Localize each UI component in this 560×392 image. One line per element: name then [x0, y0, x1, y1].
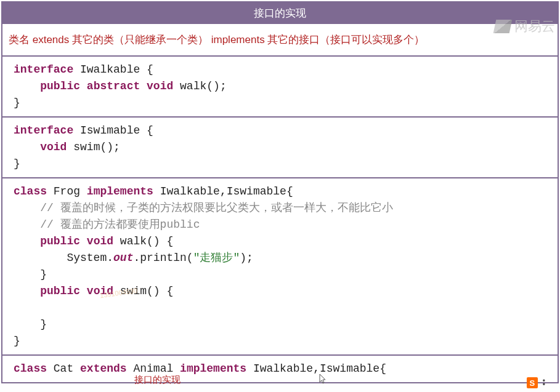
mouse-cursor-icon	[319, 374, 328, 387]
comment: // 覆盖的方法都要使用public	[40, 218, 200, 231]
input-method-menu-icon[interactable]: ••	[543, 379, 545, 386]
footer-caption: 接口的实现	[134, 374, 181, 386]
watermark-text: 网易云	[514, 17, 555, 36]
netease-icon	[493, 20, 513, 33]
keyword: public void	[40, 235, 113, 247]
input-method-indicator[interactable]: S ••	[527, 377, 545, 388]
footer-bar: 接口的实现	[0, 371, 560, 388]
keyword: void	[40, 141, 67, 153]
code-block-iwalkable: interface Iwalkable { public abstract vo…	[2, 57, 558, 118]
comment: // 覆盖的时候，子类的方法权限要比父类大，或者一样大，不能比它小	[40, 202, 392, 214]
keyword: class	[14, 185, 47, 198]
keyword: interface	[14, 63, 73, 76]
keyword: interface	[14, 124, 73, 137]
field-out: out	[113, 252, 133, 264]
string-literal: "走猫步"	[193, 252, 240, 264]
code-block-frog: class Frog implements Iwalkable,Iswimabl…	[2, 178, 558, 356]
code-block-iswimable: interface Iswimable { void swim(); }	[2, 118, 558, 178]
keyword: implements	[87, 185, 153, 198]
netease-watermark: 网易云	[495, 17, 555, 36]
sogou-icon[interactable]: S	[527, 377, 538, 388]
keyword: public abstract void	[40, 80, 173, 92]
slide-container: 接口的实现 类名 extends 其它的类（只能继承一个类） implement…	[1, 1, 559, 383]
slide-title: 接口的实现	[2, 2, 558, 24]
syntax-description: 类名 extends 其它的类（只能继承一个类） implements 其它的接…	[2, 24, 558, 57]
